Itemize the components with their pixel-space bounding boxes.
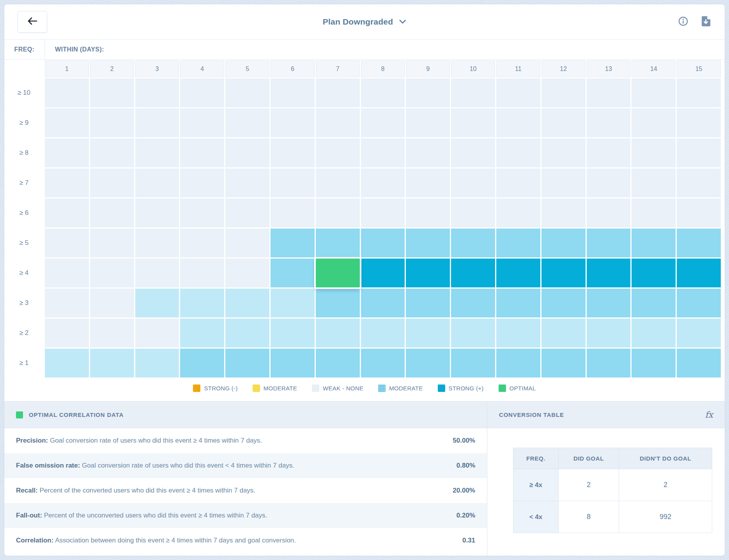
heatmap-cell-≥6-9[interactable] — [406, 198, 450, 227]
heatmap-cell-≥9-1[interactable] — [45, 108, 89, 137]
heatmap-cell-≥10-12[interactable] — [541, 78, 586, 107]
heatmap-cell-≥9-13[interactable] — [587, 108, 631, 137]
heatmap-cell-≥9-6[interactable] — [271, 108, 315, 137]
heatmap-cell-≥9-4[interactable] — [180, 108, 224, 137]
heatmap-cell-≥1-1[interactable] — [45, 349, 89, 377]
heatmap-cell-≥2-5[interactable] — [225, 319, 269, 347]
heatmap-cell-≥1-3[interactable] — [135, 349, 179, 377]
heatmap-cell-≥5-15[interactable] — [677, 229, 721, 257]
heatmap-cell-≥4-10[interactable] — [451, 259, 495, 287]
report-title-dropdown[interactable]: Plan Downgraded — [323, 17, 406, 27]
heatmap-cell-≥9-10[interactable] — [451, 108, 495, 137]
heatmap-cell-≥1-7[interactable] — [316, 349, 360, 377]
heatmap-cell-≥2-7[interactable] — [316, 319, 360, 347]
heatmap-cell-≥10-2[interactable] — [90, 78, 134, 107]
heatmap-cell-≥1-4[interactable] — [180, 349, 224, 377]
heatmap-cell-≥1-5[interactable] — [225, 349, 269, 377]
heatmap-cell-≥3-11[interactable] — [496, 289, 540, 317]
heatmap-cell-≥6-3[interactable] — [135, 198, 179, 227]
heatmap-cell-≥6-5[interactable] — [225, 198, 269, 227]
heatmap-cell-≥5-3[interactable] — [135, 229, 179, 257]
heatmap-cell-≥8-2[interactable] — [90, 138, 134, 167]
heatmap-cell-≥3-10[interactable] — [451, 289, 495, 317]
heatmap-cell-≥3-14[interactable] — [632, 289, 676, 317]
heatmap-cell-≥10-14[interactable] — [632, 78, 676, 107]
heatmap-cell-≥3-1[interactable] — [45, 289, 89, 317]
heatmap-cell-≥8-1[interactable] — [45, 138, 89, 167]
heatmap-cell-≥8-11[interactable] — [496, 138, 540, 167]
heatmap-cell-≥3-15[interactable] — [677, 289, 721, 317]
heatmap-cell-≥2-4[interactable] — [180, 319, 224, 347]
heatmap-cell-≥2-11[interactable] — [496, 319, 540, 347]
heatmap-cell-≥10-9[interactable] — [406, 78, 450, 107]
heatmap-cell-≥2-8[interactable] — [361, 319, 405, 347]
heatmap-cell-≥1-15[interactable] — [677, 349, 721, 377]
heatmap-cell-≥4-7[interactable] — [316, 259, 360, 287]
heatmap-cell-≥6-6[interactable] — [271, 198, 315, 227]
heatmap-cell-≥7-8[interactable] — [361, 168, 405, 197]
heatmap-cell-≥7-12[interactable] — [541, 168, 586, 197]
heatmap-cell-≥2-13[interactable] — [587, 319, 631, 347]
heatmap-cell-≥3-8[interactable] — [361, 289, 405, 317]
heatmap-cell-≥2-2[interactable] — [90, 319, 134, 347]
heatmap-cell-≥5-4[interactable] — [180, 229, 224, 257]
heatmap-cell-≥7-13[interactable] — [587, 168, 631, 197]
heatmap-cell-≥4-6[interactable] — [271, 259, 315, 287]
heatmap-cell-≥1-11[interactable] — [496, 349, 540, 377]
heatmap-cell-≥8-4[interactable] — [180, 138, 224, 167]
heatmap-cell-≥4-3[interactable] — [135, 259, 179, 287]
heatmap-cell-≥7-11[interactable] — [496, 168, 540, 197]
heatmap-cell-≥6-2[interactable] — [90, 198, 134, 227]
heatmap-cell-≥5-5[interactable] — [225, 229, 269, 257]
heatmap-cell-≥5-2[interactable] — [90, 229, 134, 257]
heatmap-cell-≥1-10[interactable] — [451, 349, 495, 377]
heatmap-cell-≥10-1[interactable] — [45, 78, 89, 107]
heatmap-cell-≥8-12[interactable] — [541, 138, 586, 167]
heatmap-cell-≥6-11[interactable] — [496, 198, 540, 227]
heatmap-cell-≥5-12[interactable] — [541, 229, 586, 257]
heatmap-cell-≥1-13[interactable] — [587, 349, 631, 377]
heatmap-cell-≥6-14[interactable] — [632, 198, 676, 227]
heatmap-cell-≥6-7[interactable] — [316, 198, 360, 227]
heatmap-cell-≥10-8[interactable] — [361, 78, 405, 107]
heatmap-cell-≥2-12[interactable] — [541, 319, 586, 347]
heatmap-cell-≥9-2[interactable] — [90, 108, 134, 137]
heatmap-cell-≥5-9[interactable] — [406, 229, 450, 257]
heatmap-cell-≥10-15[interactable] — [677, 78, 721, 107]
heatmap-cell-≥4-14[interactable] — [632, 259, 676, 287]
heatmap-cell-≥10-4[interactable] — [180, 78, 224, 107]
heatmap-cell-≥3-13[interactable] — [587, 289, 631, 317]
heatmap-cell-≥7-5[interactable] — [225, 168, 269, 197]
heatmap-cell-≥4-11[interactable] — [496, 259, 540, 287]
heatmap-cell-≥4-15[interactable] — [677, 259, 721, 287]
heatmap-cell-≥5-13[interactable] — [587, 229, 631, 257]
heatmap-cell-≥4-9[interactable] — [406, 259, 450, 287]
heatmap-cell-≥8-14[interactable] — [632, 138, 676, 167]
heatmap-cell-≥9-14[interactable] — [632, 108, 676, 137]
heatmap-cell-≥3-6[interactable] — [271, 289, 315, 317]
heatmap-cell-≥5-14[interactable] — [632, 229, 676, 257]
heatmap-cell-≥7-14[interactable] — [632, 168, 676, 197]
heatmap-cell-≥2-15[interactable] — [677, 319, 721, 347]
heatmap-cell-≥7-2[interactable] — [90, 168, 134, 197]
heatmap-cell-≥3-7[interactable] — [316, 289, 360, 317]
heatmap-cell-≥2-3[interactable] — [135, 319, 179, 347]
heatmap-cell-≥1-12[interactable] — [541, 349, 586, 377]
heatmap-cell-≥1-9[interactable] — [406, 349, 450, 377]
info-button[interactable] — [677, 16, 689, 28]
heatmap-cell-≥6-4[interactable] — [180, 198, 224, 227]
heatmap-cell-≥1-2[interactable] — [90, 349, 134, 377]
heatmap-cell-≥5-10[interactable] — [451, 229, 495, 257]
heatmap-cell-≥6-12[interactable] — [541, 198, 586, 227]
heatmap-cell-≥10-11[interactable] — [496, 78, 540, 107]
heatmap-cell-≥6-1[interactable] — [45, 198, 89, 227]
heatmap-cell-≥3-2[interactable] — [90, 289, 134, 317]
heatmap-cell-≥5-1[interactable] — [45, 229, 89, 257]
heatmap-cell-≥6-8[interactable] — [361, 198, 405, 227]
heatmap-cell-≥9-5[interactable] — [225, 108, 269, 137]
heatmap-cell-≥6-13[interactable] — [587, 198, 631, 227]
heatmap-cell-≥7-9[interactable] — [406, 168, 450, 197]
heatmap-cell-≥1-8[interactable] — [361, 349, 405, 377]
heatmap-cell-≥5-8[interactable] — [361, 229, 405, 257]
heatmap-cell-≥2-6[interactable] — [271, 319, 315, 347]
